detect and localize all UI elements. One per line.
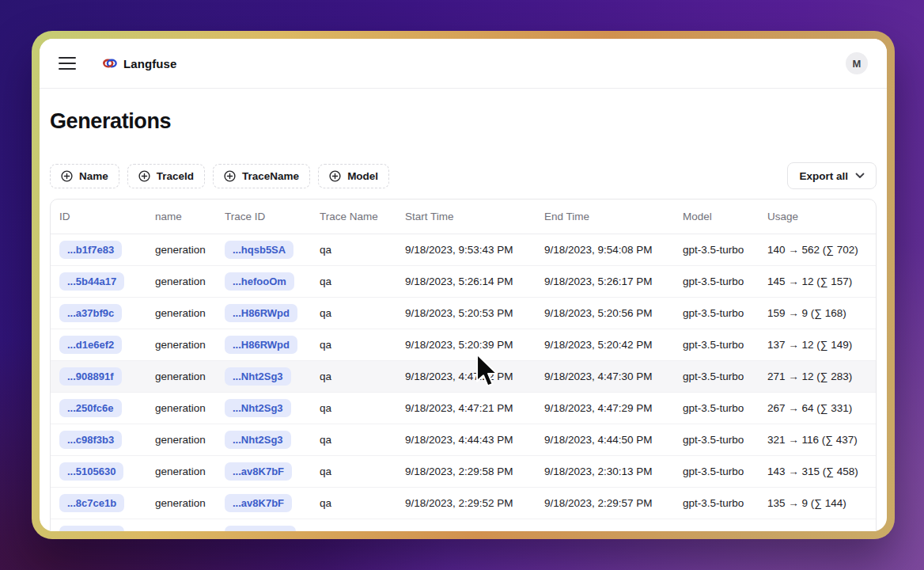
table-row[interactable]: ...b1f7e83 generation ...hqsb5SA qa 9/18… bbox=[51, 234, 876, 266]
table-row[interactable]: ...5b44a17 generation ...hefooOm qa 9/18… bbox=[51, 266, 876, 298]
trace-name-cell: qa bbox=[311, 488, 396, 519]
filter-chip-label: Model bbox=[347, 170, 378, 182]
end-time-cell: 9/18/2023, 4:44:50 PM bbox=[536, 424, 674, 456]
generation-id-badge[interactable]: ...8c7ce1b bbox=[59, 494, 124, 512]
end-time-cell: 9/18/2023, 9:54:08 PM bbox=[536, 234, 674, 266]
end-time-cell: 9/18/2023, 5:26:17 PM bbox=[536, 266, 674, 298]
usage-cell: 187 → 46 (∑ 233) bbox=[759, 519, 876, 532]
start-time-cell: 9/18/2023, 11:26:05 AM bbox=[396, 519, 536, 532]
model-cell: gpt-3.5-turbo bbox=[674, 424, 759, 456]
trace-name-cell: qa bbox=[311, 234, 396, 266]
end-time-cell: 9/18/2023, 4:47:30 PM bbox=[536, 361, 674, 393]
model-cell: gpt-3.5-turbo bbox=[674, 488, 759, 519]
generation-name-cell: generation bbox=[146, 519, 216, 532]
window-frame: Langfuse M Generations bbox=[32, 31, 895, 539]
model-cell: gpt-3.5-turbo bbox=[674, 393, 759, 424]
usage-cell: 321 → 116 (∑ 437) bbox=[759, 424, 876, 456]
main-content: Generations Name bbox=[40, 89, 887, 531]
table-header-row: ID name Trace ID Trace Name Start Time E… bbox=[51, 200, 876, 234]
circle-plus-icon bbox=[61, 170, 73, 182]
generation-id-badge[interactable]: ...908891f bbox=[59, 367, 122, 386]
generation-id-badge[interactable]: ...a37bf9c bbox=[59, 304, 122, 322]
trace-id-badge[interactable]: ...H86RWpd bbox=[225, 304, 297, 322]
filter-chip[interactable]: Name bbox=[50, 164, 119, 188]
generation-id-badge[interactable]: ...5b44a17 bbox=[59, 272, 124, 291]
user-avatar[interactable]: M bbox=[846, 52, 868, 74]
generation-id-badge[interactable]: ...5105630 bbox=[59, 462, 123, 481]
model-cell: gpt-3.5-turbo bbox=[674, 266, 759, 298]
model-cell: gpt-3.5-turbo bbox=[674, 329, 759, 361]
app-header: Langfuse M bbox=[40, 39, 887, 89]
trace-id-badge[interactable]: ...RY7UUpd bbox=[225, 526, 296, 531]
end-time-cell: 9/18/2023, 4:47:29 PM bbox=[536, 393, 674, 424]
trace-name-cell: qa bbox=[311, 329, 396, 361]
column-header-id: ID bbox=[51, 200, 146, 234]
generation-name-cell: generation bbox=[146, 329, 216, 361]
filter-chip[interactable]: TraceId bbox=[127, 164, 205, 188]
column-header-name: name bbox=[146, 200, 216, 234]
usage-cell: 145 → 12 (∑ 157) bbox=[759, 266, 876, 298]
start-time-cell: 9/18/2023, 2:29:58 PM bbox=[396, 456, 536, 488]
usage-cell: 140 → 562 (∑ 702) bbox=[759, 234, 876, 266]
trace-name-cell: qa bbox=[311, 361, 396, 393]
trace-name-cell: qa bbox=[311, 266, 396, 298]
column-header-model: Model bbox=[674, 200, 759, 234]
generation-id-badge[interactable]: ...c98f3b3 bbox=[59, 431, 122, 449]
table-row[interactable]: ...908891f generation ...Nht2Sg3 qa 9/18… bbox=[51, 361, 876, 393]
generation-name-cell: generation bbox=[146, 456, 216, 488]
model-cell: gpt-3.5-turbo bbox=[674, 234, 759, 266]
trace-id-badge[interactable]: ...hqsb5SA bbox=[225, 241, 293, 259]
start-time-cell: 9/18/2023, 2:29:52 PM bbox=[396, 488, 536, 519]
generation-id-badge[interactable]: ...d1e6ef2 bbox=[59, 336, 122, 354]
start-time-cell: 9/18/2023, 4:47:21 PM bbox=[396, 393, 536, 424]
trace-id-badge[interactable]: ...Nht2Sg3 bbox=[225, 431, 291, 449]
trace-id-badge[interactable]: ...Nht2Sg3 bbox=[225, 399, 291, 417]
generation-name-cell: generation bbox=[146, 234, 216, 266]
trace-name-cell: qa bbox=[311, 456, 396, 488]
column-header-trace-name: Trace Name bbox=[311, 200, 396, 234]
chevron-down-icon bbox=[855, 173, 865, 179]
trace-id-badge[interactable]: ...H86RWpd bbox=[225, 336, 297, 354]
generation-id-badge[interactable]: ...b1f7e83 bbox=[59, 241, 122, 259]
trace-id-badge[interactable]: ...av8K7bF bbox=[225, 494, 292, 512]
circle-plus-icon bbox=[138, 170, 150, 182]
column-header-trace-id: Trace ID bbox=[216, 200, 311, 234]
trace-id-badge[interactable]: ...hefooOm bbox=[225, 272, 294, 291]
generation-name-cell: generation bbox=[146, 393, 216, 424]
usage-cell: 267 → 64 (∑ 331) bbox=[759, 393, 876, 424]
filter-chip-label: TraceName bbox=[242, 170, 299, 182]
table-row[interactable]: ...5105630 generation ...av8K7bF qa 9/18… bbox=[51, 456, 876, 488]
start-time-cell: 9/18/2023, 9:53:43 PM bbox=[396, 234, 536, 266]
generation-id-badge[interactable]: ...0b10342 bbox=[59, 526, 124, 531]
trace-id-badge[interactable]: ...av8K7bF bbox=[225, 462, 292, 481]
trace-name-cell: qa bbox=[311, 393, 396, 424]
menu-icon[interactable] bbox=[59, 57, 76, 70]
langfuse-logo-icon bbox=[103, 58, 117, 69]
usage-cell: 137 → 12 (∑ 149) bbox=[759, 329, 876, 361]
end-time-cell: 9/18/2023, 2:30:13 PM bbox=[536, 456, 674, 488]
table-row[interactable]: ...c98f3b3 generation ...Nht2Sg3 qa 9/18… bbox=[51, 424, 876, 456]
filter-chip[interactable]: TraceName bbox=[213, 164, 310, 188]
end-time-cell: 9/18/2023, 2:29:57 PM bbox=[536, 488, 674, 519]
filter-chips: Name TraceId bbox=[50, 164, 389, 188]
model-cell: gpt-3.5-turbo bbox=[674, 519, 759, 532]
table-row[interactable]: ...0b10342 generation ...RY7UUpd qa 9/18… bbox=[51, 519, 876, 532]
column-header-end-time: End Time bbox=[536, 200, 674, 234]
model-cell: gpt-3.5-turbo bbox=[674, 361, 759, 393]
table-row[interactable]: ...a37bf9c generation ...H86RWpd qa 9/18… bbox=[51, 298, 876, 329]
export-all-button[interactable]: Export all bbox=[787, 162, 877, 189]
filter-chip[interactable]: Model bbox=[318, 164, 389, 188]
usage-cell: 159 → 9 (∑ 168) bbox=[759, 298, 876, 329]
filter-chip-label: TraceId bbox=[157, 170, 194, 182]
generation-id-badge[interactable]: ...250fc6e bbox=[59, 399, 122, 417]
trace-id-badge[interactable]: ...Nht2Sg3 bbox=[225, 367, 291, 386]
export-all-label: Export all bbox=[799, 170, 848, 182]
table-row[interactable]: ...250fc6e generation ...Nht2Sg3 qa 9/18… bbox=[51, 393, 876, 424]
usage-cell: 271 → 12 (∑ 283) bbox=[759, 361, 876, 393]
usage-cell: 143 → 315 (∑ 458) bbox=[759, 456, 876, 488]
table-row[interactable]: ...d1e6ef2 generation ...H86RWpd qa 9/18… bbox=[51, 329, 876, 361]
generation-name-cell: generation bbox=[146, 488, 216, 519]
table-row[interactable]: ...8c7ce1b generation ...av8K7bF qa 9/18… bbox=[51, 488, 876, 519]
model-cell: gpt-3.5-turbo bbox=[674, 298, 759, 329]
brand: Langfuse bbox=[103, 57, 176, 70]
